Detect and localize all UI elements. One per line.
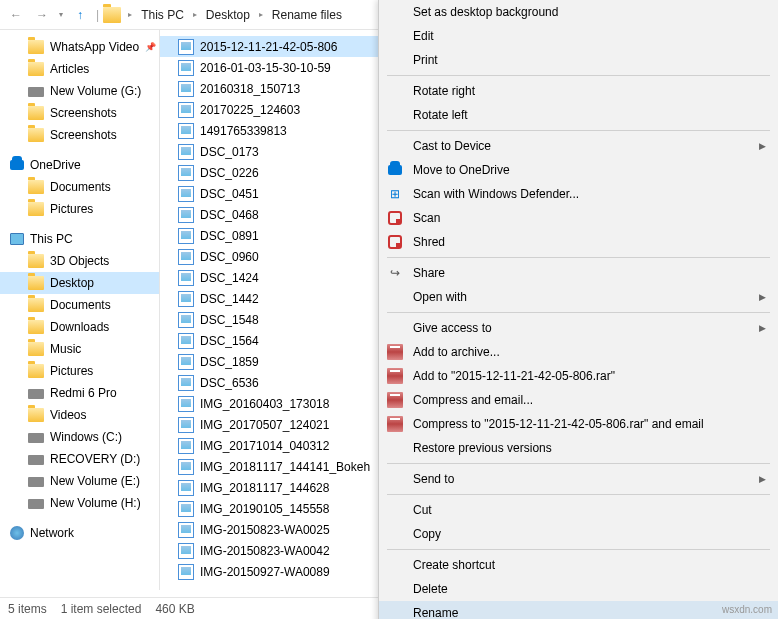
menu-item[interactable]: Rename (379, 601, 778, 619)
menu-separator (387, 75, 770, 76)
tree-item-label: Redmi 6 Pro (50, 386, 117, 400)
file-name: IMG-20150927-WA0089 (200, 565, 330, 579)
tree-item-label: New Volume (G:) (50, 84, 141, 98)
tree-item[interactable]: Videos (0, 404, 159, 426)
tree-item-label: Music (50, 342, 81, 356)
mcafee-icon (388, 211, 402, 225)
tree-item[interactable]: WhatsApp Video📌 (0, 36, 159, 58)
tree-item[interactable]: 3D Objects (0, 250, 159, 272)
tree-item[interactable]: Documents (0, 176, 159, 198)
tree-item[interactable]: Pictures (0, 198, 159, 220)
menu-item[interactable]: Compress and email... (379, 388, 778, 412)
menu-item[interactable]: Create shortcut (379, 553, 778, 577)
menu-item[interactable]: Restore previous versions (379, 436, 778, 460)
winrar-icon (387, 416, 403, 432)
menu-item-label: Scan with Windows Defender... (413, 187, 766, 201)
folder-icon (103, 7, 121, 23)
history-dropdown-icon[interactable]: ▾ (56, 10, 66, 19)
tree-item-label: 3D Objects (50, 254, 109, 268)
tree-onedrive[interactable]: OneDrive (0, 154, 159, 176)
image-file-icon (178, 165, 194, 181)
tree-item[interactable]: Screenshots (0, 102, 159, 124)
crumb-rename-files[interactable]: Rename files (268, 6, 346, 24)
image-file-icon (178, 564, 194, 580)
drive-icon (28, 499, 44, 509)
menu-item[interactable]: Compress to "2015-12-11-21-42-05-806.rar… (379, 412, 778, 436)
drive-icon (28, 87, 44, 97)
tree-item[interactable]: Redmi 6 Pro (0, 382, 159, 404)
winrar-icon (387, 392, 403, 408)
menu-item[interactable]: Rotate left (379, 103, 778, 127)
image-file-icon (178, 228, 194, 244)
menu-item[interactable]: ↪Share (379, 261, 778, 285)
menu-item-label: Open with (413, 290, 751, 304)
file-name: IMG_20181117_144141_Bokeh (200, 460, 370, 474)
tree-item-label: Pictures (50, 364, 93, 378)
folder-icon (28, 276, 44, 290)
forward-button[interactable]: → (30, 3, 54, 27)
file-name: IMG_20170507_124021 (200, 418, 329, 432)
tree-item[interactable]: Music (0, 338, 159, 360)
menu-item[interactable]: Cut (379, 498, 778, 522)
menu-item-label: Add to "2015-12-11-21-42-05-806.rar" (413, 369, 766, 383)
pin-icon: 📌 (145, 42, 156, 52)
menu-item[interactable]: Send to▶ (379, 467, 778, 491)
tree-item-label: Network (30, 526, 74, 540)
tree-item[interactable]: New Volume (E:) (0, 470, 159, 492)
menu-item[interactable]: ⊞Scan with Windows Defender... (379, 182, 778, 206)
file-name: DSC_0226 (200, 166, 259, 180)
tree-this-pc[interactable]: This PC (0, 228, 159, 250)
menu-item[interactable]: Cast to Device▶ (379, 134, 778, 158)
share-icon: ↪ (390, 266, 400, 280)
menu-item[interactable]: Give access to▶ (379, 316, 778, 340)
menu-item[interactable]: Print (379, 48, 778, 72)
mcafee-icon (388, 235, 402, 249)
tree-item[interactable]: Downloads (0, 316, 159, 338)
tree-item[interactable]: Windows (C:) (0, 426, 159, 448)
up-button[interactable]: ↑ (68, 3, 92, 27)
tree-network[interactable]: Network (0, 522, 159, 544)
file-name: 20170225_124603 (200, 103, 300, 117)
folder-icon (28, 106, 44, 120)
menu-item[interactable]: Edit (379, 24, 778, 48)
tree-item[interactable]: New Volume (H:) (0, 492, 159, 514)
tree-item-label: New Volume (H:) (50, 496, 141, 510)
menu-item[interactable]: Rotate right (379, 79, 778, 103)
image-file-icon (178, 480, 194, 496)
menu-item-label: Add to archive... (413, 345, 766, 359)
tree-item[interactable]: New Volume (G:) (0, 80, 159, 102)
menu-item[interactable]: Move to OneDrive (379, 158, 778, 182)
drive-icon (28, 477, 44, 487)
menu-item-label: Give access to (413, 321, 751, 335)
tree-item[interactable]: Pictures (0, 360, 159, 382)
menu-item[interactable]: Copy (379, 522, 778, 546)
menu-item[interactable]: Set as desktop background (379, 0, 778, 24)
file-name: DSC_0173 (200, 145, 259, 159)
folder-icon (28, 62, 44, 76)
menu-item[interactable]: Scan (379, 206, 778, 230)
crumb-this-pc[interactable]: This PC (137, 6, 188, 24)
menu-item-label: Scan (413, 211, 766, 225)
tree-item-label: OneDrive (30, 158, 81, 172)
file-name: DSC_0891 (200, 229, 259, 243)
menu-item[interactable]: Open with▶ (379, 285, 778, 309)
menu-item[interactable]: Shred (379, 230, 778, 254)
file-name: IMG_20181117_144628 (200, 481, 329, 495)
folder-icon (28, 320, 44, 334)
tree-item-label: Documents (50, 180, 111, 194)
tree-item-label: Windows (C:) (50, 430, 122, 444)
tree-item[interactable]: Articles (0, 58, 159, 80)
tree-item[interactable]: RECOVERY (D:) (0, 448, 159, 470)
menu-item-label: Copy (413, 527, 766, 541)
back-button[interactable]: ← (4, 3, 28, 27)
tree-item[interactable]: Screenshots (0, 124, 159, 146)
crumb-desktop[interactable]: Desktop (202, 6, 254, 24)
menu-item[interactable]: Delete (379, 577, 778, 601)
tree-item[interactable]: Desktop (0, 272, 159, 294)
tree-item[interactable]: Documents (0, 294, 159, 316)
folder-icon (28, 298, 44, 312)
menu-item[interactable]: Add to archive... (379, 340, 778, 364)
menu-separator (387, 130, 770, 131)
menu-item[interactable]: Add to "2015-12-11-21-42-05-806.rar" (379, 364, 778, 388)
menu-separator (387, 312, 770, 313)
